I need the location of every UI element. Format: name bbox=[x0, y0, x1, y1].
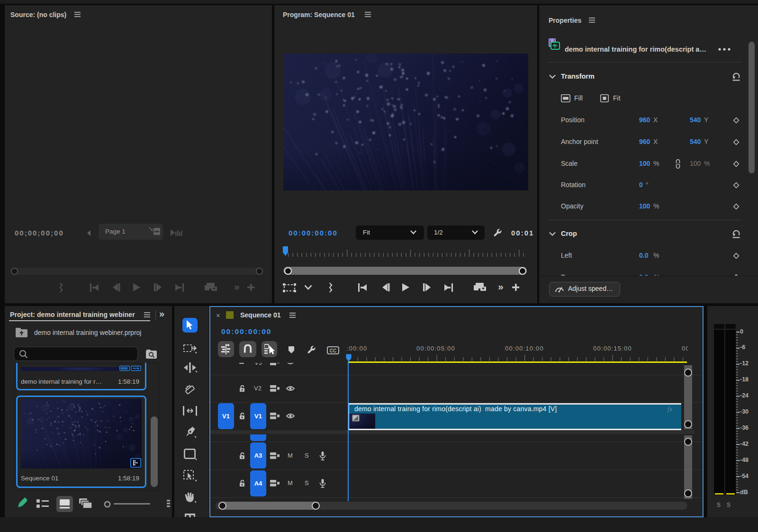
svg-text:CC: CC bbox=[330, 348, 336, 353]
svg-text:V3: V3 bbox=[254, 363, 262, 366]
